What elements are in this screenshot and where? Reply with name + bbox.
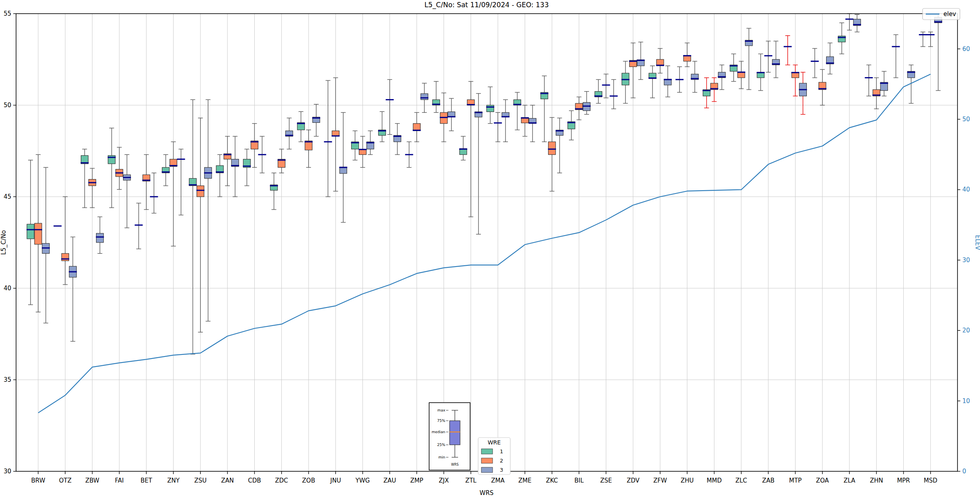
box-wre2-ZLA bbox=[845, 14, 853, 30]
wre-legend-title: WRE bbox=[488, 439, 501, 446]
box-wre3-ZOB bbox=[312, 104, 320, 136]
elev-legend[interactable]: elev bbox=[923, 8, 960, 20]
xtick-label-ZMA: ZMA bbox=[491, 477, 505, 484]
y2tick-label-40: 40 bbox=[962, 186, 970, 193]
xtick-label-MSD: MSD bbox=[924, 477, 937, 484]
xtick-label-ZMP: ZMP bbox=[410, 477, 423, 484]
box-wre1-ZAB bbox=[757, 54, 765, 90]
box-wre1-ZKC bbox=[540, 76, 548, 142]
box-wre2-ZAB bbox=[764, 41, 772, 72]
y-axis-label: L5_C/No bbox=[0, 230, 8, 255]
box-wre2-ZKC bbox=[548, 118, 556, 191]
box-wre1-ZOA bbox=[811, 49, 819, 78]
box-wre1-MPR bbox=[892, 35, 900, 77]
box-wre2-ZNY bbox=[170, 142, 178, 246]
xtick-label-ZAB: ZAB bbox=[762, 477, 775, 484]
box-wre2-FAI bbox=[115, 147, 123, 189]
ytick-label-45: 45 bbox=[4, 193, 11, 200]
xtick-label-MMD: MMD bbox=[707, 477, 722, 484]
box-wre1-ZJX bbox=[432, 81, 440, 113]
chart-canvas: L5_C/No: Sat 11/09/2024 - GEO: 133 55504… bbox=[0, 0, 980, 497]
xtick-label-ZFW: ZFW bbox=[653, 477, 667, 484]
box-wre3-CDB bbox=[258, 136, 266, 173]
wre-legend: WRE123 bbox=[478, 438, 510, 475]
box-wre1-ZDV bbox=[622, 61, 630, 104]
plot-frame bbox=[16, 14, 957, 471]
box-wre3-MTP bbox=[799, 72, 807, 114]
box-wre1-ZSE bbox=[594, 79, 602, 103]
xtick-label-ZBW: ZBW bbox=[85, 477, 99, 484]
box-wre3-BIL bbox=[583, 92, 591, 114]
box-wre3-MSD bbox=[934, 14, 942, 91]
box-wre1-MTP bbox=[784, 36, 792, 65]
xtick-label-ZOB: ZOB bbox=[302, 477, 315, 484]
wre-entry-label-3: 3 bbox=[500, 467, 503, 473]
box-wre2-CDB bbox=[250, 124, 258, 167]
elev-line bbox=[38, 74, 931, 413]
xtick-label-ZME: ZME bbox=[518, 477, 532, 484]
box-wre1-ZTL bbox=[459, 136, 467, 160]
box-wre2-JNU bbox=[331, 78, 340, 191]
box-wre3-ZMP bbox=[420, 83, 428, 112]
y2tick-label-10: 10 bbox=[962, 397, 970, 405]
xtick-label-YWG: YWG bbox=[355, 477, 370, 484]
box-wre1-ZNY bbox=[162, 155, 170, 186]
box-wre2-BIL bbox=[575, 97, 583, 120]
box-wre3-ZSU bbox=[204, 100, 212, 321]
xtick-label-ZLA: ZLA bbox=[843, 477, 855, 484]
box-wre3-FAI bbox=[123, 155, 131, 228]
y2tick-label-30: 30 bbox=[962, 257, 970, 264]
xtick-label-CDB: CDB bbox=[248, 477, 261, 484]
y2tick-label-50: 50 bbox=[962, 116, 970, 123]
box-wre1-JNU bbox=[324, 80, 332, 197]
iqr-box bbox=[96, 233, 104, 242]
box-wre2-ZMA bbox=[494, 112, 502, 142]
box-wre3-ZFW bbox=[664, 66, 672, 97]
box-wre2-ZOA bbox=[818, 69, 827, 105]
box-wre3-ZNY bbox=[177, 149, 185, 215]
box-wre2-ZBW bbox=[88, 168, 96, 208]
box-wre3-JNU bbox=[339, 112, 347, 222]
box-wre1-ZHU bbox=[675, 67, 683, 92]
box-wre1-ZSU bbox=[189, 100, 197, 354]
xtick-label-ZDC: ZDC bbox=[275, 477, 288, 484]
box-wre2-ZJX bbox=[440, 93, 448, 142]
xtick-label-MTP: MTP bbox=[789, 477, 802, 484]
xtick-label-ZNY: ZNY bbox=[167, 477, 180, 484]
box-wre2-ZSE bbox=[602, 74, 610, 98]
box-wre3-ZHN bbox=[880, 71, 888, 96]
ytick-label-30: 30 bbox=[4, 468, 11, 475]
box-wre3-ZSE bbox=[610, 79, 618, 109]
iqr-box bbox=[61, 253, 69, 261]
wre-entry-label-2: 2 bbox=[500, 458, 503, 464]
box-wre2-ZHU bbox=[683, 43, 691, 67]
box-wre2-ZDC bbox=[278, 149, 286, 173]
box-data-layer bbox=[27, 14, 942, 354]
box-wre3-ZMA bbox=[501, 100, 509, 142]
xtick-label-ZTL: ZTL bbox=[465, 477, 477, 484]
box-wre1-ZAU bbox=[378, 112, 386, 142]
xtick-label-ZSE: ZSE bbox=[600, 477, 612, 484]
chart-title: L5_C/No: Sat 11/09/2024 - GEO: 133 bbox=[424, 1, 548, 9]
box-wre1-ZLC bbox=[730, 54, 738, 81]
xtick-label-BRW: BRW bbox=[31, 477, 45, 484]
box-wre2-ZMP bbox=[413, 112, 421, 142]
box-wre3-ZLA bbox=[853, 14, 861, 32]
box-wre3-ZBW bbox=[96, 217, 104, 253]
box-wre3-ZME bbox=[528, 105, 536, 142]
box-wre3-ZHU bbox=[691, 61, 699, 93]
y2tick-label-0: 0 bbox=[962, 468, 966, 475]
box-wre2-ZHN bbox=[872, 78, 880, 109]
wre-swatch-3 bbox=[481, 467, 493, 473]
iqr-box bbox=[197, 186, 204, 197]
y2-axis-label: ELEV bbox=[974, 235, 980, 250]
wre-entry-label-1: 1 bbox=[500, 448, 503, 454]
box-wre2-OTZ bbox=[61, 197, 69, 285]
box-wre1-ZMA bbox=[486, 87, 494, 123]
elev-legend-label: elev bbox=[943, 10, 956, 18]
box-wre1-BRW bbox=[27, 160, 35, 305]
box-wre2-ZAN bbox=[223, 136, 231, 186]
box-wre3-ZAN bbox=[231, 136, 239, 197]
xtick-label-JNU: JNU bbox=[330, 477, 341, 484]
iqr-box bbox=[421, 94, 428, 100]
